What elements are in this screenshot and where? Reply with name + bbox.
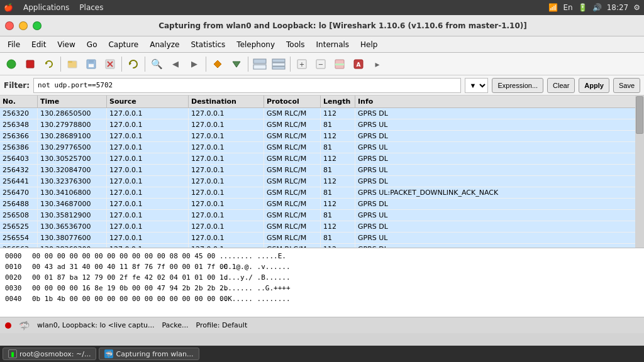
scrollbar-thumb[interactable] xyxy=(636,96,643,134)
hex-row: 0040 0b 1b 4b 00 00 00 00 00 00 00 00 00… xyxy=(5,293,639,304)
clear-button[interactable]: Clear xyxy=(547,78,575,93)
menu-tools[interactable]: Tools xyxy=(281,38,310,51)
stop-capture-button[interactable] xyxy=(21,55,39,73)
cell-source: 127.0.0.1 xyxy=(107,153,189,164)
expression-button[interactable]: Expression... xyxy=(492,78,543,93)
column-header-source: Source xyxy=(107,96,189,107)
find-button[interactable]: 🔍 xyxy=(148,55,165,73)
hex-ascii: .....y./ .B...... xyxy=(219,272,291,283)
cell-protocol: GSM RLC/M xyxy=(264,142,321,153)
taskbar-terminal-label: root@osmobox: ~/... xyxy=(19,350,91,358)
menu-internals[interactable]: Internals xyxy=(311,38,355,51)
cell-no: 256554 xyxy=(0,233,38,243)
table-row[interactable]: 256554 130.38077600 127.0.0.1 127.0.0.1 … xyxy=(0,233,644,244)
close-capture-button[interactable] xyxy=(101,55,119,73)
apply-button[interactable]: Apply xyxy=(579,78,609,93)
cell-destination: 127.0.0.1 xyxy=(189,142,264,153)
cell-source: 127.0.0.1 xyxy=(107,210,189,221)
packets-status: Packe... xyxy=(162,321,188,329)
save-button[interactable]: Save xyxy=(613,78,640,93)
hex-bytes: 00 00 00 00 16 8e 19 0b 00 00 47 94 2b 2… xyxy=(32,283,214,293)
add-coloring-button[interactable]: + xyxy=(293,55,311,73)
hex-panel: 0000 00 00 00 00 00 00 00 00 00 00 00 08… xyxy=(0,248,644,317)
table-row[interactable]: 256563 130.38369300 127.0.0.1 127.0.0.1 … xyxy=(0,244,644,248)
cell-info: GPRS DL xyxy=(355,199,644,209)
filter-dropdown[interactable]: ▼ xyxy=(465,78,488,93)
table-row[interactable]: 256403 130.30525700 127.0.0.1 127.0.0.1 … xyxy=(0,153,644,165)
cell-destination: 127.0.0.1 xyxy=(189,153,264,164)
table-row[interactable]: 256525 130.36536700 127.0.0.1 127.0.0.1 … xyxy=(0,221,644,233)
column-header-length: Length xyxy=(321,96,355,107)
places-menu[interactable]: Places xyxy=(79,3,103,12)
svg-rect-16 xyxy=(272,63,285,66)
close-button[interactable] xyxy=(5,21,14,30)
toolbar-separator-4 xyxy=(206,57,206,72)
cell-length: 112 xyxy=(321,176,355,187)
cell-destination: 127.0.0.1 xyxy=(189,233,264,243)
cell-info: GPRS UL xyxy=(355,119,644,130)
packet-list-scrollbar[interactable] xyxy=(635,96,644,248)
reload-button[interactable] xyxy=(125,55,142,73)
table-row[interactable]: 256488 130.34687000 127.0.0.1 127.0.0.1 … xyxy=(0,199,644,210)
cell-protocol: GSM RLC/M xyxy=(264,221,321,232)
table-row[interactable]: 256432 130.32084700 127.0.0.1 127.0.0.1 … xyxy=(0,165,644,176)
menu-analyze[interactable]: Analyze xyxy=(145,38,184,51)
table-row[interactable]: 256441 130.32376300 127.0.0.1 127.0.0.1 … xyxy=(0,176,644,187)
zoom-button[interactable]: A xyxy=(350,55,367,73)
menu-edit[interactable]: Edit xyxy=(26,38,51,51)
go-first-button[interactable] xyxy=(209,55,226,73)
settings-icon[interactable]: ⚙ xyxy=(633,3,640,12)
cell-no: 256488 xyxy=(0,199,38,209)
cell-info: GPRS DL xyxy=(355,221,644,232)
menu-help[interactable]: Help xyxy=(355,38,382,51)
table-row[interactable]: 256470 130.34106800 127.0.0.1 127.0.0.1 … xyxy=(0,187,644,199)
more-button[interactable]: ▸ xyxy=(369,55,386,73)
hex-offset: 0030 xyxy=(5,283,27,293)
table-row[interactable]: 256508 130.35812900 127.0.0.1 127.0.0.1 … xyxy=(0,210,644,221)
menu-go[interactable]: Go xyxy=(82,38,103,51)
cell-length: 81 xyxy=(321,210,355,221)
column-header-time: Time xyxy=(38,96,107,107)
go-last-button[interactable] xyxy=(228,55,245,73)
table-row[interactable]: 256348 130.27978800 127.0.0.1 127.0.0.1 … xyxy=(0,119,644,131)
table-row[interactable]: 256320 130.28650500 127.0.0.1 127.0.0.1 … xyxy=(0,108,644,119)
filter-input[interactable] xyxy=(33,78,461,93)
menu-view[interactable]: View xyxy=(52,38,80,51)
svg-rect-4 xyxy=(68,61,72,63)
restart-capture-button[interactable] xyxy=(40,55,58,73)
hex-bytes: 00 00 00 00 00 00 00 00 00 00 00 08 00 4… xyxy=(32,251,214,261)
save-file-button[interactable] xyxy=(82,55,100,73)
toggle-panel-button[interactable] xyxy=(251,55,269,73)
next-button[interactable]: ▶ xyxy=(186,55,203,73)
open-file-button[interactable] xyxy=(64,55,81,73)
maximize-button[interactable] xyxy=(33,21,42,30)
menu-file[interactable]: File xyxy=(3,38,25,51)
svg-rect-6 xyxy=(89,60,94,63)
hex-bytes: 00 01 87 ba 12 79 00 2f fe 42 02 04 01 0… xyxy=(32,272,214,283)
cell-no: 256320 xyxy=(0,108,38,119)
cell-protocol: GSM RLC/M xyxy=(264,233,321,243)
hex-row: 0020 00 01 87 ba 12 79 00 2f fe 42 02 04… xyxy=(5,272,639,283)
column-header-destination: Destination xyxy=(189,96,264,107)
cell-no: 256470 xyxy=(0,187,38,198)
cell-info: GPRS UL xyxy=(355,165,644,175)
menu-capture[interactable]: Capture xyxy=(103,38,143,51)
toolbar-separator-5 xyxy=(248,57,248,72)
prev-button[interactable]: ◀ xyxy=(167,55,184,73)
taskbar-terminal[interactable]: ▮ root@osmobox: ~/... xyxy=(3,348,96,360)
start-capture-button[interactable] xyxy=(3,55,20,73)
menu-statistics[interactable]: Statistics xyxy=(186,38,230,51)
filter-label: Filter: xyxy=(4,81,30,90)
coloring-rules-button[interactable] xyxy=(331,55,348,73)
table-row[interactable]: 256366 130.28689100 127.0.0.1 127.0.0.1 … xyxy=(0,131,644,142)
cell-info: GPRS DL xyxy=(355,176,644,187)
cell-length: 112 xyxy=(321,199,355,209)
taskbar-wireshark[interactable]: 🦈 Capturing from wlan... xyxy=(99,348,199,360)
toggle-hex-button[interactable] xyxy=(270,55,287,73)
minimize-button[interactable] xyxy=(19,21,28,30)
profile-status: Profile: Default xyxy=(196,321,248,329)
table-row[interactable]: 256386 130.29776500 127.0.0.1 127.0.0.1 … xyxy=(0,142,644,153)
menu-telephony[interactable]: Telephony xyxy=(231,38,280,51)
remove-coloring-button[interactable]: − xyxy=(312,55,330,73)
applications-menu[interactable]: Applications xyxy=(23,3,69,12)
